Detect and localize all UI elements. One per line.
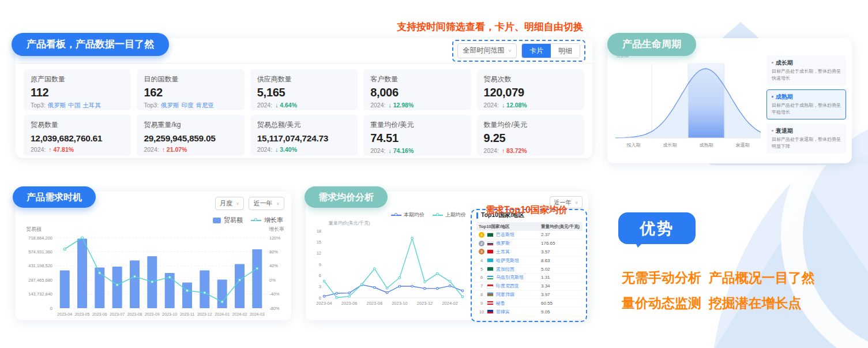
trend-down-value: ↓ 74.16% [388, 147, 414, 154]
rank-number: 9 [479, 301, 484, 306]
table-row: 7印度尼西亚3.34 [476, 282, 583, 291]
price-cell: 1.31 [541, 275, 583, 280]
price-cell: 176.65 [541, 241, 583, 246]
country-cell: 3土耳其 [476, 249, 541, 255]
legend-current-avg[interactable]: 本期均价 [391, 211, 424, 219]
table-row: 8阿塞拜疆3.97 [476, 291, 583, 300]
price-cell: 3.97 [541, 292, 583, 297]
year-label: 2024: [370, 102, 385, 108]
bullet-icon [772, 130, 773, 132]
svg-text:6: 6 [319, 273, 321, 278]
country-link[interactable]: 孟加拉国 [496, 266, 514, 272]
country-link[interactable]: 哈萨克斯坦 [496, 257, 519, 264]
lifecycle-stage-card-成长期[interactable]: 成长期目标产品处于成长期，整体趋势呈快速增长 [766, 55, 846, 85]
price-cell: 9.05 [541, 309, 583, 315]
stage-desc: 目标产品处于成长期，整体趋势呈快速增长 [772, 68, 841, 82]
line-legend-icon [251, 220, 261, 221]
stage-desc: 目标产品处于衰退期，整体趋势呈明显下降 [772, 136, 841, 150]
svg-text:-40%: -40% [269, 291, 280, 297]
svg-text:9: 9 [319, 262, 321, 267]
section-bar-icon [476, 212, 478, 219]
stat-card: 贸易重量/kg29,259,945,859.052024:↑ 21.07% [137, 115, 244, 156]
card-view-button[interactable]: 卡片 [522, 44, 551, 58]
timing-title-pill: 产品需求时机 [13, 186, 96, 208]
country-link[interactable]: 印度尼西亚 [496, 283, 519, 289]
time-range-select[interactable]: 全部时间范围 ∨ [457, 43, 517, 58]
price-cell: 3.57 [541, 249, 583, 255]
stat-card-value: 120,079 [484, 86, 577, 99]
svg-text:0: 0 [319, 295, 321, 301]
price-trend-section: 均价趋势 本期均价 上期均价 重量均价(美元/千克) 1815129630202… [313, 199, 469, 309]
country-link[interactable]: 秘鲁 [496, 300, 505, 306]
country-link[interactable]: 乌兹别克斯坦 [496, 274, 524, 280]
chevron-down-icon: ∨ [574, 200, 578, 205]
year-label: 2024: [31, 146, 46, 153]
legend-previous-avg[interactable]: 上期均价 [433, 211, 466, 219]
flag-icon [487, 233, 494, 237]
stat-card-label: 目的国数量 [144, 74, 237, 84]
col-price-header: 重量均价(美元/千克) [541, 224, 583, 230]
legend-growth-rate[interactable]: 增长率 [251, 216, 283, 224]
lifecycle-x-label: 成长期 [652, 142, 688, 148]
lifecycle-title-pill: 产品生命周期 [607, 33, 696, 56]
svg-text:2023-11: 2023-11 [180, 312, 194, 316]
stat-card-sub: 2024:↑ 21.07% [144, 146, 237, 153]
trend-up-value: ↑ 83.72% [502, 147, 527, 154]
svg-text:15: 15 [317, 240, 321, 245]
top3-country-link[interactable]: 中国 [68, 102, 80, 108]
country-cell: 4哈萨克斯坦 [476, 257, 541, 264]
country-link[interactable]: 菲律宾 [496, 309, 510, 315]
trend-down-value: ↓ 3.40% [275, 146, 297, 153]
chevron-down-icon: ∨ [276, 201, 280, 206]
advantage-line: 无需手动分析 产品概况一目了然 [622, 269, 815, 287]
price-cell: 3.34 [541, 283, 583, 289]
advantage-badge: 优势 [618, 212, 696, 244]
country-link[interactable]: 巴基斯坦 [496, 231, 514, 238]
country-link[interactable]: 土耳其 [496, 249, 510, 255]
stat-card-value: 74.51 [370, 132, 464, 145]
timespan-select[interactable]: 近一年 ∨ [249, 197, 284, 210]
table-row: 6乌兹别克斯坦1.31 [476, 274, 583, 282]
lifecycle-stage-card-成熟期[interactable]: 成熟期目标产品处于成熟期，整体趋势呈平稳增长 [766, 89, 846, 119]
svg-text:0: 0 [50, 306, 52, 311]
svg-text:3: 3 [319, 284, 321, 289]
top3-country-link[interactable]: 俄罗斯 [48, 102, 66, 108]
price-cell: 8.63 [541, 258, 583, 263]
table-row: 2俄罗斯176.65 [476, 240, 583, 248]
chevron-down-icon: ∨ [236, 201, 240, 206]
top3-country-link[interactable]: 印度 [182, 102, 194, 108]
top3-country-link[interactable]: 肯尼亚 [196, 102, 215, 108]
svg-text:80%: 80% [269, 249, 278, 255]
table-row: 10菲律宾9.05 [476, 308, 583, 316]
detail-view-button[interactable]: 明细 [551, 44, 580, 58]
svg-text:431,198,520: 431,198,520 [28, 263, 52, 268]
top3-country-link[interactable]: 俄罗斯 [161, 102, 179, 108]
lifecycle-x-label: 投入期 [615, 142, 652, 148]
stat-card-label: 贸易重量/kg [144, 120, 237, 130]
svg-text:2023-09: 2023-09 [145, 312, 160, 316]
timing-controls: 月度 ∨ 近一年 ∨ [215, 197, 284, 210]
chevron-down-icon: ∨ [508, 48, 512, 53]
stat-card: 供应商数量5,1652024:↓ 4.64% [250, 69, 358, 110]
stat-card-value: 29,259,945,859.05 [144, 133, 237, 144]
stat-card-value: 9.25 [484, 132, 577, 145]
stat-card-sub: 2024:↓ 74.16% [370, 147, 464, 154]
svg-text:2023-07: 2023-07 [110, 312, 125, 316]
stat-card-value: 162 [144, 86, 237, 99]
stat-card-value: 5,165 [257, 86, 351, 99]
lifecycle-x-labels: 投入期成长期成熟期衰退期 [615, 142, 761, 148]
top3-country-link[interactable]: 土耳其 [82, 102, 101, 108]
medal-icon: 2 [479, 241, 484, 246]
svg-text:2023-05: 2023-05 [75, 312, 90, 316]
legend-trade-amount[interactable]: 贸易额 [213, 216, 243, 224]
granularity-select[interactable]: 月度 ∨ [215, 197, 245, 210]
annotation-top10-hint: 需求Top10国家均价 [486, 204, 568, 216]
demand-timing-chart: 718,664,200120%574,931,36080%431,198,520… [18, 232, 288, 319]
rank-number: 5 [479, 267, 484, 272]
country-link[interactable]: 俄罗斯 [496, 240, 510, 246]
lifecycle-stage-card-衰退期[interactable]: 衰退期目标产品处于衰退期，整体趋势呈明显下降 [766, 124, 846, 154]
country-link[interactable]: 阿塞拜疆 [496, 291, 514, 298]
lifecycle-x-label: 成熟期 [688, 142, 724, 148]
lifecycle-x-label: 衰退期 [724, 142, 761, 148]
dashboard-title-pill: 产品看板，产品数据一目了然 [12, 33, 169, 56]
